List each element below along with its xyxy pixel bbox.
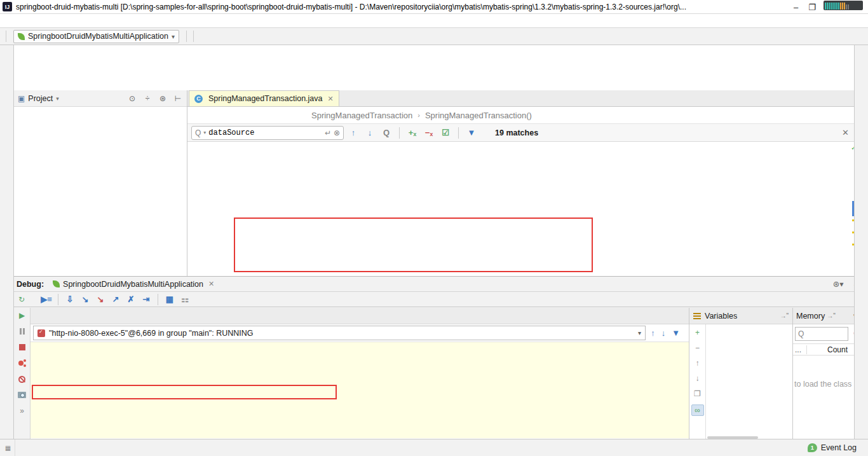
- view-breakpoints-icon[interactable]: [17, 358, 27, 368]
- add-selection-icon[interactable]: +ₓ: [405, 127, 419, 139]
- left-tool-strip: [0, 45, 14, 439]
- search-input[interactable]: [208, 128, 322, 137]
- hide-frames-filter-icon[interactable]: ▼: [672, 328, 680, 338]
- memory-col-dots[interactable]: ...: [793, 345, 807, 354]
- main-area: ▣ Project ▾ ⊙ ÷ ⊛ ⊢ C SpringManagedTrans…: [0, 45, 868, 276]
- debug-session-label: SpringbootDruidMybatisMultiApplication: [63, 280, 203, 289]
- step-out-icon[interactable]: ↗: [109, 293, 123, 306]
- frames-pane: "http-nio-8080-exec-5"@6,669 in group "m…: [31, 308, 689, 439]
- project-pane-icon: ▣: [18, 94, 25, 103]
- run-configuration-select[interactable]: SpringbootDruidMybatisMultiApplication ▾: [13, 30, 179, 43]
- next-occurrence-icon[interactable]: ↓: [363, 127, 377, 139]
- chevron-down-icon: ▾: [172, 33, 175, 40]
- move-up-icon[interactable]: ↑: [696, 359, 700, 368]
- resume-icon[interactable]: ▶: [17, 310, 27, 321]
- mute-breakpoints-icon[interactable]: [17, 374, 27, 384]
- duplicate-icon[interactable]: ❐: [694, 389, 701, 398]
- thread-dump-icon[interactable]: [17, 390, 27, 400]
- variables-title: Variables: [705, 312, 737, 321]
- minimize-button[interactable]: –: [794, 3, 798, 12]
- find-all-icon[interactable]: Q: [379, 127, 393, 139]
- close-tab-icon[interactable]: ✕: [328, 95, 334, 103]
- clear-search-icon[interactable]: ⊗: [334, 128, 340, 137]
- locate-file-icon[interactable]: ⊙: [127, 93, 137, 104]
- settings-gear-icon[interactable]: ⊛▾: [833, 279, 844, 289]
- force-step-into-icon[interactable]: ↘: [93, 293, 107, 306]
- newline-icon[interactable]: ↵: [325, 128, 331, 137]
- prev-frame-icon[interactable]: ↑: [651, 328, 655, 338]
- memory-indicator-widget: [824, 1, 863, 10]
- notification-badge: 1: [808, 443, 817, 452]
- memory-title: Memory: [796, 312, 825, 321]
- stop-icon[interactable]: [17, 342, 27, 352]
- search-field[interactable]: Q ▾ ↵ ⊗: [191, 126, 344, 140]
- search-icon: Q: [798, 329, 804, 338]
- editor-tab[interactable]: C SpringManagedTransaction.java ✕: [189, 90, 339, 106]
- pause-icon[interactable]: [17, 326, 27, 336]
- thread-select[interactable]: "http-nio-8080-exec-5"@6,669 in group "m…: [33, 326, 646, 340]
- chevron-down-icon[interactable]: ▾: [203, 130, 206, 135]
- move-down-icon[interactable]: ↓: [696, 374, 700, 383]
- evaluate-expression-icon[interactable]: ▦: [163, 293, 177, 306]
- breadcrumb-method[interactable]: SpringManagedTransaction(): [425, 111, 532, 120]
- breadcrumb-class[interactable]: SpringManagedTransaction: [311, 111, 412, 120]
- editor-breadcrumb: SpringManagedTransaction › SpringManaged…: [187, 107, 857, 124]
- app-logo-icon: IJ: [3, 2, 12, 11]
- layout-settings-icon[interactable]: ⚏: [178, 293, 192, 306]
- chevron-right-icon: ›: [417, 111, 420, 119]
- step-into-icon[interactable]: ↘: [78, 293, 92, 306]
- run-configuration-label: SpringbootDruidMybatisMultiApplication: [28, 32, 168, 41]
- debug-label: Debug:: [17, 280, 44, 289]
- drop-frame-icon[interactable]: ✗: [124, 293, 138, 306]
- debug-side-toolbar: ▶ »: [14, 308, 31, 439]
- debug-tool-window: Debug: SpringbootDruidMybatisMultiApplic…: [0, 276, 868, 439]
- variables-list: [706, 324, 792, 439]
- settings-gear-icon[interactable]: ⊛: [158, 93, 168, 104]
- thread-icon: [37, 329, 45, 337]
- next-frame-icon[interactable]: ↓: [661, 328, 666, 338]
- remove-watch-icon[interactable]: −: [695, 343, 700, 352]
- project-pane-title: Project: [28, 94, 53, 103]
- title-bar: IJ springboot-druid-mybatis-multi [D:\sp…: [0, 0, 868, 14]
- remove-selection-icon[interactable]: −ₓ: [422, 127, 436, 139]
- debug-session-tab[interactable]: SpringbootDruidMybatisMultiApplication ✕: [49, 279, 218, 290]
- restore-button[interactable]: ❐: [808, 3, 816, 12]
- class-icon: C: [194, 95, 203, 103]
- memory-search-field[interactable]: Q: [795, 327, 848, 341]
- step-over-icon[interactable]: ⇩: [63, 293, 77, 306]
- float-pane-icon[interactable]: →": [780, 312, 789, 319]
- show-watches-icon[interactable]: ∞: [691, 404, 704, 416]
- annotation-red-box: [234, 218, 593, 272]
- main-toolbar: SpringbootDruidMybatisMultiApplication ▾: [0, 28, 868, 45]
- collapse-all-icon[interactable]: ÷: [142, 93, 153, 104]
- chevron-down-icon[interactable]: ▾: [56, 95, 59, 102]
- variables-pane: Variables →" + − ↑ ↓ ❐ ∞: [689, 308, 793, 439]
- more-icon[interactable]: »: [17, 406, 27, 416]
- right-tool-strip: [854, 45, 868, 439]
- ide-window: IJ springboot-druid-mybatis-multi [D:\sp…: [0, 0, 868, 456]
- add-watch-icon[interactable]: +: [695, 328, 700, 337]
- hide-panel-icon[interactable]: ⊢: [173, 93, 183, 104]
- match-count: 19 matches: [495, 128, 538, 137]
- rerun-icon[interactable]: ↻: [17, 294, 27, 305]
- float-pane-icon[interactable]: →": [827, 312, 836, 319]
- event-log-label: Event Log: [821, 443, 857, 452]
- close-session-icon[interactable]: ✕: [208, 280, 214, 288]
- annotation-red-box: [32, 385, 337, 399]
- editor-tab-label: SpringManagedTransaction.java: [208, 94, 323, 103]
- select-all-occurrences-icon[interactable]: ☑: [438, 127, 452, 139]
- variables-icon: [693, 313, 701, 319]
- menu-bar: [0, 14, 868, 28]
- run-to-cursor-icon[interactable]: ⇥: [139, 293, 153, 306]
- prev-occurrence-icon[interactable]: ↑: [346, 127, 360, 139]
- event-log-button[interactable]: 1 Event Log: [808, 443, 868, 452]
- window-title: springboot-druid-mybatis-multi [D:\sprin…: [16, 3, 686, 11]
- thread-label: "http-nio-8080-exec-5"@6,669 in group "m…: [49, 329, 254, 338]
- show-execution-point-icon[interactable]: ▶≡: [39, 293, 53, 306]
- filter-icon[interactable]: ▼: [465, 127, 478, 139]
- tool-window-switcher-icon[interactable]: ▦: [1, 439, 15, 456]
- chevron-down-icon: ▾: [638, 329, 641, 336]
- close-search-icon[interactable]: ✕: [842, 128, 853, 137]
- status-bar: ▦ 1 Event Log: [0, 439, 868, 456]
- project-tree: [14, 107, 187, 109]
